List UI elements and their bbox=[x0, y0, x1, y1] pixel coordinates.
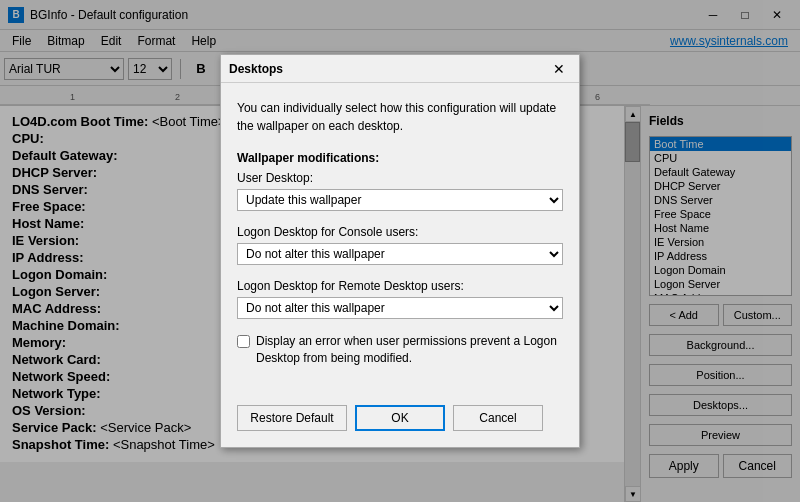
user-desktop-group: User Desktop: Update this wallpaper Do n… bbox=[237, 171, 563, 211]
dialog-cancel-button[interactable]: Cancel bbox=[453, 405, 543, 431]
logon-console-label: Logon Desktop for Console users: bbox=[237, 225, 563, 239]
restore-default-button[interactable]: Restore Default bbox=[237, 405, 347, 431]
modal-overlay: Desktops ✕ You can individually select h… bbox=[0, 0, 800, 502]
error-checkbox-label: Display an error when user permissions p… bbox=[256, 333, 563, 367]
dialog-title-bar: Desktops ✕ bbox=[221, 55, 579, 83]
logon-remote-select[interactable]: Update this wallpaper Do not alter this … bbox=[237, 297, 563, 319]
user-desktop-select[interactable]: Update this wallpaper Do not alter this … bbox=[237, 189, 563, 211]
user-desktop-label: User Desktop: bbox=[237, 171, 563, 185]
error-checkbox-row: Display an error when user permissions p… bbox=[237, 333, 563, 367]
ok-button[interactable]: OK bbox=[355, 405, 445, 431]
logon-console-group: Logon Desktop for Console users: Update … bbox=[237, 225, 563, 265]
desktops-dialog: Desktops ✕ You can individually select h… bbox=[220, 54, 580, 448]
dialog-title: Desktops bbox=[229, 62, 547, 76]
dialog-description: You can individually select how this con… bbox=[237, 99, 563, 135]
dialog-footer: Restore Default OK Cancel bbox=[221, 397, 579, 447]
wallpaper-modifications-label: Wallpaper modifications: bbox=[237, 151, 563, 165]
logon-remote-group: Logon Desktop for Remote Desktop users: … bbox=[237, 279, 563, 319]
dialog-close-button[interactable]: ✕ bbox=[547, 59, 571, 79]
error-checkbox[interactable] bbox=[237, 335, 250, 348]
logon-remote-label: Logon Desktop for Remote Desktop users: bbox=[237, 279, 563, 293]
logon-console-select[interactable]: Update this wallpaper Do not alter this … bbox=[237, 243, 563, 265]
dialog-body: You can individually select how this con… bbox=[221, 83, 579, 397]
